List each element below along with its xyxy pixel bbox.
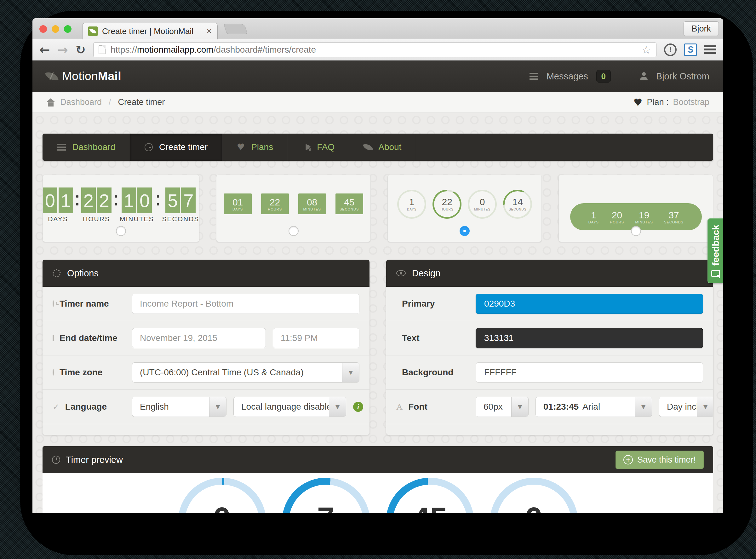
- messages-link[interactable]: Messages: [547, 71, 588, 82]
- digit: 0: [137, 187, 152, 213]
- timer-style-card-blocks[interactable]: 01 DAYS 22 HOURS 08 MINUTES 45 SECONDS: [216, 175, 371, 242]
- eye-icon: [396, 270, 406, 276]
- url-path: /dashboard#/timers/create: [213, 45, 316, 54]
- close-window-button[interactable]: [39, 25, 47, 33]
- timer-style-card-rings[interactable]: 1DAYS 22HOURS 0MINUTES 14SECONDS: [387, 175, 542, 242]
- new-tab-button[interactable]: [224, 24, 248, 34]
- font-preview-digits: 01:23:45: [543, 402, 579, 412]
- browser-profile-button[interactable]: Bjork: [684, 21, 719, 36]
- timezone-select[interactable]: (UTC-06:00) Central Time (US & Canada) ▼: [132, 362, 360, 383]
- info-icon[interactable]: i: [353, 402, 363, 412]
- nav-item-create-timer[interactable]: Create timer: [130, 134, 222, 161]
- timezone-row: Time zone (UTC-06:00) Central Time (US &…: [43, 355, 369, 390]
- primary-color-input[interactable]: 0290D3: [476, 294, 703, 314]
- options-panel-header: Options: [43, 260, 369, 287]
- end-date-input[interactable]: November 19, 2015: [132, 328, 266, 348]
- nav-item-plans[interactable]: ♥ Plans: [222, 134, 288, 161]
- timer-name-input[interactable]: Income Report - Bottom: [132, 294, 360, 314]
- language-select[interactable]: English ▼: [132, 397, 227, 417]
- app-navbar: MotionMail Messages 0 Bjork Ostrom: [32, 61, 723, 92]
- block-days: 01 DAYS: [224, 194, 252, 214]
- digit: 1: [121, 187, 136, 213]
- brand-mail: Mail: [98, 70, 121, 83]
- browser-menu-icon[interactable]: [704, 45, 716, 54]
- motionmail-favicon: [88, 26, 98, 36]
- tab-title: Create timer | MotionMail: [102, 26, 202, 36]
- font-size-select[interactable]: 60px ▼: [476, 397, 529, 417]
- timezone-value: (UTC-06:00) Central Time (US & Canada): [132, 363, 342, 382]
- home-icon: [46, 98, 55, 107]
- background-color-input[interactable]: FFFFFF: [476, 362, 703, 383]
- value: 45: [344, 197, 354, 207]
- preview-value: 45: [386, 500, 474, 513]
- heart-icon: ♥: [634, 96, 643, 108]
- app-navbar-right: Messages 0 Bjork Ostrom: [529, 70, 709, 83]
- messages-icon: [529, 73, 539, 80]
- ring-hours: 22HOURS: [433, 190, 461, 219]
- clock-icon: [144, 143, 153, 151]
- unit-label: DAYS: [232, 207, 243, 211]
- nav-label: Dashboard: [72, 142, 115, 152]
- unit-label: HOURS: [441, 208, 454, 211]
- nav-item-faq[interactable]: FAQ: [288, 134, 349, 161]
- digital-minutes: 1 0 MINUTES: [120, 187, 154, 223]
- text-color-input[interactable]: 313131: [476, 328, 703, 348]
- save-timer-button[interactable]: + Save this timer!: [616, 451, 704, 469]
- tab-close-icon[interactable]: ×: [207, 26, 212, 36]
- feedback-tab[interactable]: feedback: [708, 218, 723, 283]
- panel-title: Design: [412, 268, 440, 278]
- timer-preview-title: Timer preview: [66, 455, 123, 465]
- address-bar[interactable]: https://motionmailapp.com/dashboard#/tim…: [93, 42, 657, 57]
- nav-item-about[interactable]: About: [349, 134, 416, 161]
- bookmark-star-icon[interactable]: ☆: [642, 44, 651, 55]
- user-menu[interactable]: Bjork Ostrom: [656, 71, 709, 82]
- globe-icon: [53, 369, 54, 376]
- reload-icon[interactable]: ↻: [76, 44, 86, 56]
- colon-separator: [154, 187, 162, 213]
- nav-item-dashboard[interactable]: Dashboard: [43, 134, 130, 161]
- style-radio-rings[interactable]: [460, 226, 469, 236]
- value: 08: [307, 197, 317, 207]
- browser-tab[interactable]: Create timer | MotionMail ×: [82, 23, 217, 39]
- nav-label: About: [378, 142, 401, 152]
- user-icon: [640, 72, 648, 80]
- digit: 2: [97, 187, 112, 213]
- local-language-select[interactable]: Local language disabled ▼: [233, 397, 346, 417]
- brand-motion: Motion: [62, 70, 98, 83]
- forward-icon[interactable]: →: [58, 44, 68, 56]
- motionmail-logo[interactable]: MotionMail: [46, 70, 121, 83]
- value: 20: [612, 210, 622, 220]
- back-icon[interactable]: ←: [39, 44, 50, 56]
- digital-hours: 2 2 HOURS: [81, 187, 112, 223]
- preview-ring-minutes: 45: [386, 478, 474, 513]
- language-row: ✓ Language English ▼ Local language disa…: [43, 390, 369, 424]
- nav-label: FAQ: [317, 142, 335, 152]
- font-family-select[interactable]: 01:23:45Arial ▼: [535, 397, 652, 417]
- style-radio-pill[interactable]: [631, 226, 641, 236]
- options-panel: Options Timer name Income Report - Botto…: [43, 260, 369, 435]
- plan-label: Plan :: [647, 97, 668, 107]
- nav-label: Create timer: [159, 142, 208, 152]
- browser-toolbar: ← → ↻ https://motionmailapp.com/dashboar…: [32, 39, 723, 61]
- unit-label: HOURS: [268, 207, 282, 211]
- zoom-window-button[interactable]: [64, 25, 71, 33]
- colon-separator: [112, 187, 120, 213]
- style-radio-digital[interactable]: [116, 226, 126, 236]
- minimize-window-button[interactable]: [52, 25, 59, 33]
- browser-window: Create timer | MotionMail × Bjork ← → ↻ …: [32, 18, 723, 513]
- clock-icon: [53, 300, 54, 307]
- font-label: Font: [408, 402, 428, 412]
- end-time-input[interactable]: 11:59 PM: [273, 328, 360, 348]
- breadcrumb-dashboard[interactable]: Dashboard: [60, 97, 102, 107]
- value: 22: [270, 197, 280, 207]
- font-option-select[interactable]: Day incl... ▼: [659, 397, 713, 417]
- style-radio-blocks[interactable]: [289, 226, 299, 236]
- onepassword-extension-icon[interactable]: !: [664, 44, 677, 56]
- timer-style-card-digital[interactable]: 0 1 DAYS 2 2 HOURS: [43, 175, 199, 242]
- s-extension-icon[interactable]: S: [684, 44, 697, 56]
- digit: 5: [165, 187, 180, 213]
- unit-label: HOURS: [610, 220, 624, 224]
- timer-style-card-pill[interactable]: 1 DAYS 20 HOURS 19 MINUTES 37 SECONDS: [558, 175, 713, 242]
- end-datetime-label: End date/time: [60, 333, 117, 343]
- chevron-down-icon: ▼: [697, 397, 713, 417]
